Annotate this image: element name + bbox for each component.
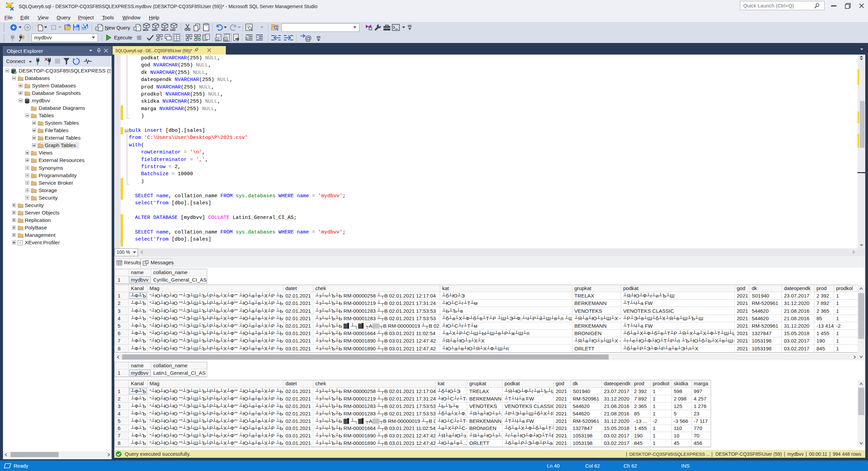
svg-text:01: 01	[216, 38, 219, 41]
svg-text:@: @	[305, 35, 312, 42]
svg-text:?: ?	[255, 36, 258, 40]
svg-text:01: 01	[224, 38, 227, 41]
